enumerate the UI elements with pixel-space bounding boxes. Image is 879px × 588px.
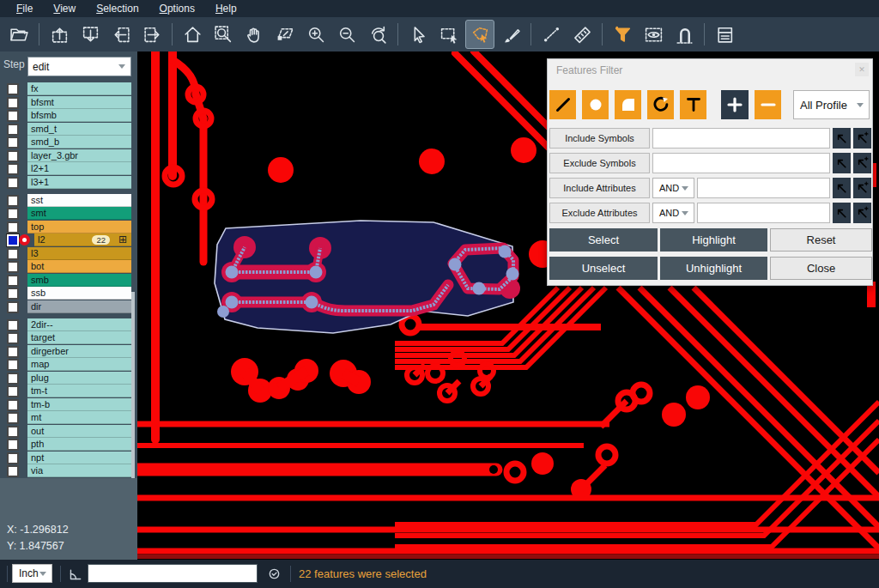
layer-row-smt[interactable]: smt — [0, 207, 137, 220]
home-view-button[interactable] — [178, 20, 207, 49]
include-attributes-button[interactable]: Include Attributes — [549, 178, 650, 198]
layer-name[interactable]: layer_3.gbr — [27, 149, 131, 162]
pan-hand-button[interactable] — [239, 20, 269, 49]
layer-row-plug[interactable]: plug — [0, 372, 137, 385]
zoom-reset-button[interactable] — [363, 20, 392, 49]
unselect-button[interactable]: Unselect — [549, 257, 658, 280]
layer-checkbox[interactable] — [7, 465, 19, 477]
layer-checkbox[interactable] — [7, 385, 19, 397]
text-feature-button[interactable] — [680, 90, 706, 119]
layer-name[interactable]: target — [27, 331, 131, 344]
layer-name[interactable]: sst — [27, 194, 131, 207]
pad-feature-button[interactable] — [582, 90, 609, 119]
layer-name[interactable]: bot — [27, 260, 131, 273]
layer-row-l3[interactable]: l3 — [0, 247, 137, 260]
line-feature-button[interactable] — [549, 90, 576, 119]
layer-checkbox[interactable] — [7, 412, 19, 424]
highlight-button[interactable]: Highlight — [660, 228, 767, 252]
pick-from-canvas-button[interactable] — [833, 153, 851, 173]
menu-options[interactable]: Options — [150, 0, 204, 17]
layer-row-pth[interactable]: pth — [0, 438, 137, 451]
add-pick-button[interactable] — [853, 178, 871, 198]
layer-checkbox[interactable] — [7, 426, 19, 438]
layer-checkbox[interactable] — [7, 359, 19, 371]
measure-button[interactable] — [536, 20, 566, 49]
layer-checkbox[interactable] — [7, 110, 19, 122]
layer-name[interactable]: tm-b — [27, 398, 131, 411]
layer-row-smd_b[interactable]: smd_b — [0, 136, 137, 149]
layer-name[interactable]: smd_t — [27, 123, 131, 136]
layer-row-l3+1[interactable]: l3+1 — [0, 176, 137, 189]
exclude-symbols-button[interactable]: Exclude Symbols — [549, 153, 650, 173]
surface-feature-button[interactable] — [615, 90, 641, 119]
layer-name[interactable]: npt — [27, 452, 131, 464]
operator-dropdown[interactable]: AND — [652, 203, 694, 223]
layer-name[interactable]: plug — [27, 372, 131, 385]
arc-feature-button[interactable] — [647, 90, 674, 119]
layer-name[interactable]: dir — [27, 300, 131, 313]
layer-row-bfsmb[interactable]: bfsmb — [0, 109, 137, 122]
layer-checkbox[interactable] — [7, 248, 19, 260]
layer-row-tm-t[interactable]: tm-t — [0, 385, 137, 397]
step-dropdown[interactable]: edit — [27, 57, 131, 76]
layer-row-target[interactable]: target — [0, 331, 137, 344]
layer-name[interactable]: bfsmt — [27, 96, 131, 109]
zoom-area-button[interactable] — [209, 20, 238, 49]
layer-name[interactable]: smd_b — [27, 136, 131, 149]
pick-from-canvas-button[interactable] — [833, 178, 851, 198]
active-layer-indicator[interactable] — [19, 234, 30, 246]
snap-button[interactable] — [670, 20, 699, 49]
layer-name[interactable]: l3+1 — [27, 176, 131, 189]
layer-checkbox[interactable] — [7, 275, 19, 287]
command-history-icon[interactable] — [266, 566, 282, 585]
pan-right-button[interactable] — [137, 20, 167, 49]
layer-row-out[interactable]: out — [0, 425, 137, 438]
layer-checkbox[interactable] — [7, 83, 19, 95]
features-filter-button[interactable] — [608, 20, 637, 49]
close-icon[interactable]: ✕ — [855, 63, 869, 76]
layer-checkbox[interactable] — [7, 332, 19, 344]
zoom-region-button[interactable] — [270, 20, 300, 49]
layer-checkbox[interactable] — [7, 288, 19, 300]
layer-row-top[interactable]: top — [0, 221, 137, 233]
layer-row-ssb[interactable]: ssb — [0, 287, 137, 300]
layer-checkbox[interactable] — [7, 261, 19, 273]
open-button[interactable] — [4, 20, 33, 49]
layer-list-scrollbar[interactable] — [131, 292, 135, 478]
layer-row-npt[interactable]: npt — [0, 452, 137, 464]
layer-checkbox[interactable] — [7, 346, 19, 358]
layer-checkbox[interactable] — [7, 221, 19, 233]
profile-dropdown[interactable]: All Profile — [793, 90, 870, 119]
filter-value-input[interactable] — [697, 203, 830, 223]
layer-row-sst[interactable]: sst — [0, 194, 137, 207]
layer-name[interactable]: top — [27, 221, 131, 233]
layer-name[interactable]: out — [27, 425, 131, 438]
layer-checkbox[interactable] — [7, 97, 19, 109]
menu-help[interactable]: Help — [206, 0, 246, 17]
layer-row-l2[interactable]: l222⊞ — [0, 233, 137, 246]
layer-checkbox[interactable] — [7, 208, 19, 220]
select-cursor-button[interactable] — [403, 20, 433, 49]
menu-selection[interactable]: Selection — [87, 0, 148, 17]
include-symbols-button[interactable]: Include Symbols — [549, 128, 650, 149]
angle-measure-icon[interactable] — [68, 566, 84, 585]
operator-dropdown[interactable]: AND — [652, 178, 694, 198]
layer-row-map[interactable]: map — [0, 358, 137, 371]
select-button[interactable]: Select — [549, 228, 658, 252]
remove-filter-button[interactable] — [755, 90, 781, 119]
layer-name[interactable]: l2+1 — [27, 162, 131, 175]
layer-row-mt[interactable]: mt — [0, 411, 137, 424]
menu-file[interactable]: File — [7, 0, 42, 17]
layer-name[interactable]: l222⊞ — [34, 233, 131, 246]
reset-button[interactable]: Reset — [770, 228, 872, 252]
layer-row-smb[interactable]: smb — [0, 274, 137, 287]
layer-name[interactable]: smb — [27, 274, 131, 287]
layer-checkbox[interactable] — [7, 234, 19, 246]
view-options-button[interactable] — [639, 20, 668, 49]
layer-checkbox[interactable] — [7, 452, 19, 464]
layer-row-bot[interactable]: bot — [0, 260, 137, 273]
layer-row-bfsmt[interactable]: bfsmt — [0, 96, 137, 109]
layer-name[interactable]: map — [27, 358, 131, 371]
layer-checkbox[interactable] — [7, 399, 19, 411]
filter-value-input[interactable] — [697, 178, 830, 198]
